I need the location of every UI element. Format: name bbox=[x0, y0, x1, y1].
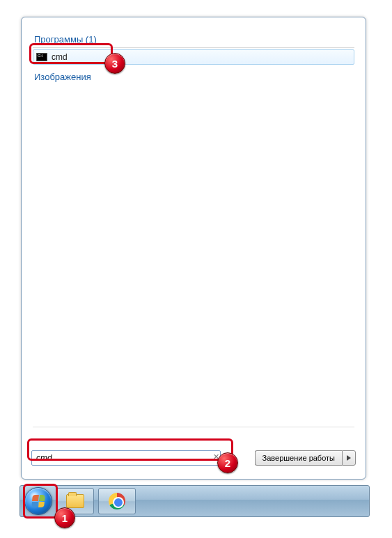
chrome-icon bbox=[109, 493, 125, 509]
shutdown-split-button: Завершение работы bbox=[255, 450, 356, 466]
cmd-icon bbox=[36, 53, 47, 61]
taskbar-explorer-button[interactable] bbox=[56, 488, 94, 514]
chevron-right-icon bbox=[347, 455, 351, 461]
clear-search-icon[interactable]: ✕ bbox=[211, 452, 221, 462]
search-result-label: cmd bbox=[52, 52, 68, 62]
start-menu-panel: Программы (1) cmd Изображения ✕ Завершен… bbox=[21, 17, 366, 480]
taskbar bbox=[19, 485, 370, 517]
start-menu-bottom-bar: ✕ Завершение работы bbox=[31, 450, 356, 466]
shutdown-button[interactable]: Завершение работы bbox=[255, 450, 342, 466]
start-button[interactable] bbox=[24, 487, 52, 515]
taskbar-chrome-button[interactable] bbox=[98, 488, 136, 514]
section-images-header: Изображения bbox=[33, 69, 354, 85]
search-results: Программы (1) cmd Изображения bbox=[33, 31, 354, 427]
shutdown-menu-arrow[interactable] bbox=[342, 450, 356, 466]
folder-icon bbox=[66, 494, 84, 508]
windows-logo-icon bbox=[31, 495, 45, 507]
section-programs-header: Программы (1) bbox=[33, 31, 354, 48]
search-input[interactable] bbox=[31, 450, 221, 466]
search-result-cmd[interactable]: cmd bbox=[33, 49, 354, 65]
